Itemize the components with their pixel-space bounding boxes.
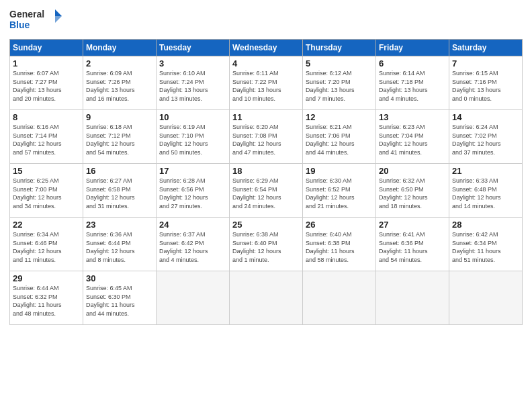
day-cell-29: 29Sunrise: 6:44 AM Sunset: 6:32 PM Dayli… xyxy=(10,271,83,325)
day-cell-6: 6Sunrise: 6:14 AM Sunset: 7:18 PM Daylig… xyxy=(376,56,449,110)
day-number: 16 xyxy=(86,166,153,176)
logo: General Blue xyxy=(9,7,63,34)
day-info: Sunrise: 6:09 AM Sunset: 7:26 PM Dayligh… xyxy=(86,69,153,103)
day-info: Sunrise: 6:44 AM Sunset: 6:32 PM Dayligh… xyxy=(13,284,80,318)
empty-cell xyxy=(449,271,523,325)
day-number: 6 xyxy=(379,58,446,68)
day-info: Sunrise: 6:29 AM Sunset: 6:54 PM Dayligh… xyxy=(232,177,300,210)
day-cell-21: 21Sunrise: 6:33 AM Sunset: 6:48 PM Dayli… xyxy=(449,164,523,218)
day-info: Sunrise: 6:25 AM Sunset: 7:00 PM Dayligh… xyxy=(13,177,80,210)
day-number: 3 xyxy=(159,58,226,68)
day-info: Sunrise: 6:07 AM Sunset: 7:27 PM Dayligh… xyxy=(13,69,80,103)
day-cell-26: 26Sunrise: 6:40 AM Sunset: 6:38 PM Dayli… xyxy=(303,218,376,271)
day-info: Sunrise: 6:11 AM Sunset: 7:22 PM Dayligh… xyxy=(232,69,300,103)
day-number: 5 xyxy=(306,58,373,68)
empty-cell xyxy=(157,271,230,325)
calendar-table: SundayMondayTuesdayWednesdayThursdayFrid… xyxy=(9,39,523,325)
week-row-3: 15Sunrise: 6:25 AM Sunset: 7:00 PM Dayli… xyxy=(10,164,523,218)
day-cell-15: 15Sunrise: 6:25 AM Sunset: 7:00 PM Dayli… xyxy=(10,164,83,218)
day-number: 26 xyxy=(306,220,373,230)
day-cell-12: 12Sunrise: 6:21 AM Sunset: 7:06 PM Dayli… xyxy=(303,110,376,164)
day-cell-25: 25Sunrise: 6:38 AM Sunset: 6:40 PM Dayli… xyxy=(230,218,303,271)
day-info: Sunrise: 6:16 AM Sunset: 7:14 PM Dayligh… xyxy=(13,123,80,156)
day-number: 20 xyxy=(379,166,446,176)
day-header-sunday: Sunday xyxy=(10,40,83,56)
day-cell-8: 8Sunrise: 6:16 AM Sunset: 7:14 PM Daylig… xyxy=(10,110,83,164)
day-cell-13: 13Sunrise: 6:23 AM Sunset: 7:04 PM Dayli… xyxy=(376,110,449,164)
day-cell-4: 4Sunrise: 6:11 AM Sunset: 7:22 PM Daylig… xyxy=(230,56,303,110)
day-info: Sunrise: 6:24 AM Sunset: 7:02 PM Dayligh… xyxy=(452,123,519,156)
week-row-4: 22Sunrise: 6:34 AM Sunset: 6:46 PM Dayli… xyxy=(10,218,523,271)
day-number: 23 xyxy=(86,220,153,230)
day-info: Sunrise: 6:38 AM Sunset: 6:40 PM Dayligh… xyxy=(232,230,300,264)
day-number: 29 xyxy=(13,273,80,283)
day-info: Sunrise: 6:45 AM Sunset: 6:30 PM Dayligh… xyxy=(86,284,153,318)
day-number: 21 xyxy=(452,166,519,176)
day-info: Sunrise: 6:14 AM Sunset: 7:18 PM Dayligh… xyxy=(379,69,446,103)
day-number: 11 xyxy=(232,112,300,122)
day-number: 18 xyxy=(232,166,300,176)
svg-text:General: General xyxy=(9,9,44,19)
header: General Blue xyxy=(9,7,523,34)
day-number: 9 xyxy=(86,112,153,122)
day-info: Sunrise: 6:37 AM Sunset: 6:42 PM Dayligh… xyxy=(159,230,226,264)
day-cell-7: 7Sunrise: 6:15 AM Sunset: 7:16 PM Daylig… xyxy=(449,56,523,110)
day-cell-9: 9Sunrise: 6:18 AM Sunset: 7:12 PM Daylig… xyxy=(83,110,157,164)
day-cell-14: 14Sunrise: 6:24 AM Sunset: 7:02 PM Dayli… xyxy=(449,110,523,164)
day-number: 12 xyxy=(306,112,373,122)
day-info: Sunrise: 6:34 AM Sunset: 6:46 PM Dayligh… xyxy=(13,230,80,264)
svg-marker-3 xyxy=(55,13,62,23)
day-header-monday: Monday xyxy=(83,40,157,56)
day-cell-11: 11Sunrise: 6:20 AM Sunset: 7:08 PM Dayli… xyxy=(230,110,303,164)
day-number: 14 xyxy=(452,112,519,122)
day-info: Sunrise: 6:32 AM Sunset: 6:50 PM Dayligh… xyxy=(379,177,446,210)
day-cell-10: 10Sunrise: 6:19 AM Sunset: 7:10 PM Dayli… xyxy=(157,110,230,164)
day-info: Sunrise: 6:33 AM Sunset: 6:48 PM Dayligh… xyxy=(452,177,519,210)
week-row-1: 1Sunrise: 6:07 AM Sunset: 7:27 PM Daylig… xyxy=(10,56,523,110)
day-cell-20: 20Sunrise: 6:32 AM Sunset: 6:50 PM Dayli… xyxy=(376,164,449,218)
day-cell-16: 16Sunrise: 6:27 AM Sunset: 6:58 PM Dayli… xyxy=(83,164,157,218)
day-info: Sunrise: 6:21 AM Sunset: 7:06 PM Dayligh… xyxy=(306,123,373,156)
day-cell-18: 18Sunrise: 6:29 AM Sunset: 6:54 PM Dayli… xyxy=(230,164,303,218)
page-container: General Blue SundayMondayTuesdayWednesda… xyxy=(0,0,532,330)
svg-text:Blue: Blue xyxy=(9,19,30,30)
day-cell-5: 5Sunrise: 6:12 AM Sunset: 7:20 PM Daylig… xyxy=(303,56,376,110)
day-cell-24: 24Sunrise: 6:37 AM Sunset: 6:42 PM Dayli… xyxy=(157,218,230,271)
day-cell-23: 23Sunrise: 6:36 AM Sunset: 6:44 PM Dayli… xyxy=(83,218,157,271)
day-info: Sunrise: 6:40 AM Sunset: 6:38 PM Dayligh… xyxy=(306,230,373,264)
day-info: Sunrise: 6:15 AM Sunset: 7:16 PM Dayligh… xyxy=(452,69,519,103)
day-cell-17: 17Sunrise: 6:28 AM Sunset: 6:56 PM Dayli… xyxy=(157,164,230,218)
day-header-tuesday: Tuesday xyxy=(157,40,230,56)
logo-svg: General Blue xyxy=(9,7,63,34)
day-header-friday: Friday xyxy=(376,40,449,56)
week-row-5: 29Sunrise: 6:44 AM Sunset: 6:32 PM Dayli… xyxy=(10,271,523,325)
day-info: Sunrise: 6:42 AM Sunset: 6:34 PM Dayligh… xyxy=(452,230,519,264)
day-number: 10 xyxy=(159,112,226,122)
day-cell-30: 30Sunrise: 6:45 AM Sunset: 6:30 PM Dayli… xyxy=(83,271,157,325)
day-cell-27: 27Sunrise: 6:41 AM Sunset: 6:36 PM Dayli… xyxy=(376,218,449,271)
day-info: Sunrise: 6:36 AM Sunset: 6:44 PM Dayligh… xyxy=(86,230,153,264)
day-number: 15 xyxy=(13,166,80,176)
day-number: 25 xyxy=(232,220,300,230)
day-number: 7 xyxy=(452,58,519,68)
day-number: 4 xyxy=(232,58,300,68)
empty-cell xyxy=(230,271,303,325)
day-info: Sunrise: 6:30 AM Sunset: 6:52 PM Dayligh… xyxy=(306,177,373,210)
day-number: 22 xyxy=(13,220,80,230)
day-cell-19: 19Sunrise: 6:30 AM Sunset: 6:52 PM Dayli… xyxy=(303,164,376,218)
day-number: 17 xyxy=(159,166,226,176)
day-number: 27 xyxy=(379,220,446,230)
week-row-2: 8Sunrise: 6:16 AM Sunset: 7:14 PM Daylig… xyxy=(10,110,523,164)
day-cell-3: 3Sunrise: 6:10 AM Sunset: 7:24 PM Daylig… xyxy=(157,56,230,110)
day-info: Sunrise: 6:12 AM Sunset: 7:20 PM Dayligh… xyxy=(306,69,373,103)
day-info: Sunrise: 6:41 AM Sunset: 6:36 PM Dayligh… xyxy=(379,230,446,264)
day-info: Sunrise: 6:18 AM Sunset: 7:12 PM Dayligh… xyxy=(86,123,153,156)
day-cell-2: 2Sunrise: 6:09 AM Sunset: 7:26 PM Daylig… xyxy=(83,56,157,110)
day-info: Sunrise: 6:20 AM Sunset: 7:08 PM Dayligh… xyxy=(232,123,300,156)
empty-cell xyxy=(303,271,376,325)
day-cell-28: 28Sunrise: 6:42 AM Sunset: 6:34 PM Dayli… xyxy=(449,218,523,271)
empty-cell xyxy=(376,271,449,325)
day-cell-1: 1Sunrise: 6:07 AM Sunset: 7:27 PM Daylig… xyxy=(10,56,83,110)
day-cell-22: 22Sunrise: 6:34 AM Sunset: 6:46 PM Dayli… xyxy=(10,218,83,271)
day-info: Sunrise: 6:23 AM Sunset: 7:04 PM Dayligh… xyxy=(379,123,446,156)
